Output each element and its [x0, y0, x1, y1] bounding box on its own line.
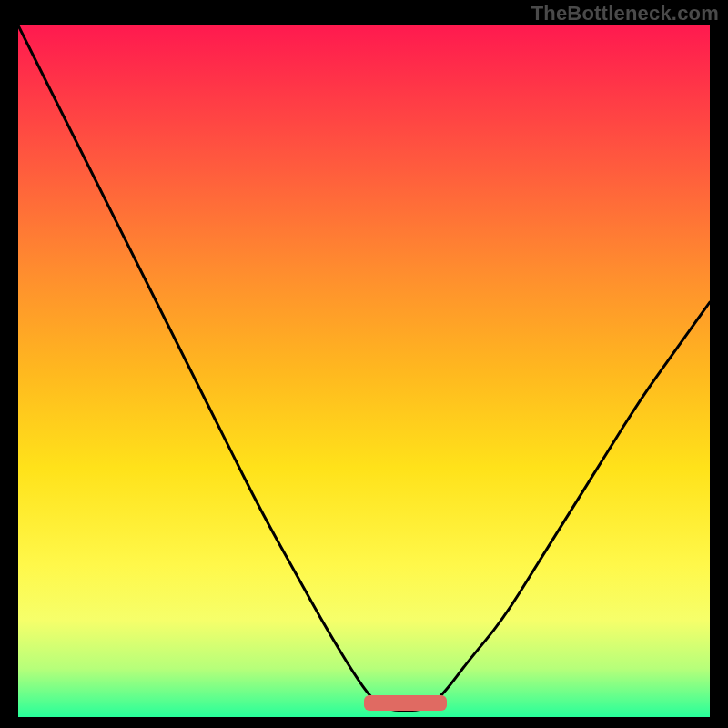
watermark-text: TheBottleneck.com — [531, 2, 719, 25]
optimal-range-marker — [364, 695, 447, 711]
curve-path — [18, 25, 710, 710]
chart-frame: TheBottleneck.com — [0, 0, 728, 728]
bottleneck-curve — [18, 25, 710, 717]
plot-area — [18, 25, 710, 717]
